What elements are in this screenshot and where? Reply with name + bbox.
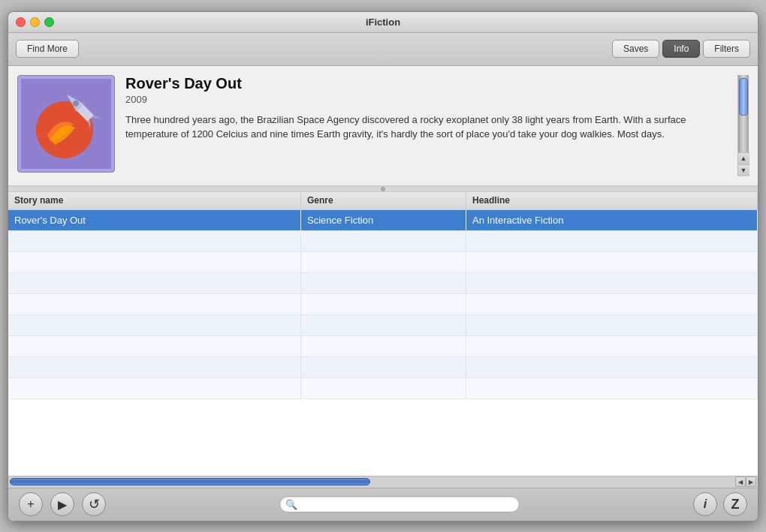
cell-empty <box>8 294 301 314</box>
add-icon: + <box>27 497 34 511</box>
horizontal-scrollbar: ◀ ▶ <box>8 476 758 488</box>
play-icon: ▶ <box>58 497 67 512</box>
search-wrapper: 🔍 <box>279 496 520 512</box>
bottom-toolbar: + ▶ ↺ 🔍 i Z <box>8 488 758 521</box>
find-more-button[interactable]: Find More <box>16 40 79 58</box>
info-scrollbar: ▲ ▼ <box>737 75 749 176</box>
toolbar-left: Find More <box>16 40 606 58</box>
close-button[interactable] <box>16 17 26 27</box>
scroll-track[interactable] <box>738 75 749 152</box>
h-scroll-right-arrow[interactable]: ▶ <box>746 476 756 487</box>
cell-empty <box>301 252 466 272</box>
toolbar-right: Saves Info Filters <box>612 40 750 58</box>
book-info-content: Rover's Day Out 2009 Three hundred years… <box>125 75 727 176</box>
scroll-thumb[interactable] <box>739 78 748 116</box>
cell-empty <box>466 294 758 314</box>
h-scroll-thumb[interactable] <box>10 478 370 485</box>
cell-empty <box>466 315 758 335</box>
z-button[interactable]: Z <box>723 492 747 516</box>
table-row[interactable] <box>8 294 758 315</box>
main-window: iFiction Find More Saves Info Filters <box>8 11 758 521</box>
table-header: Story name Genre Headline <box>8 192 758 210</box>
cell-story-name: Rover's Day Out <box>8 210 301 230</box>
cell-empty <box>8 231 301 251</box>
column-header-genre: Genre <box>301 192 466 209</box>
cell-empty <box>301 273 466 293</box>
cell-empty <box>301 336 466 356</box>
book-cover <box>17 75 115 173</box>
table-row[interactable] <box>8 252 758 273</box>
table-row[interactable] <box>8 273 758 294</box>
cell-empty <box>8 378 301 398</box>
cell-empty <box>8 336 301 356</box>
cell-empty <box>466 252 758 272</box>
divider-indicator <box>381 187 385 191</box>
info-circle-button[interactable]: i <box>693 492 717 516</box>
cell-empty <box>8 252 301 272</box>
cell-empty <box>466 378 758 398</box>
refresh-button[interactable]: ↺ <box>82 492 106 516</box>
column-header-headline: Headline <box>466 192 758 209</box>
cell-empty <box>8 315 301 335</box>
h-scroll-track[interactable] <box>10 478 735 485</box>
info-circle-icon: i <box>704 497 707 511</box>
h-scroll-left-arrow[interactable]: ◀ <box>735 476 746 487</box>
play-button[interactable]: ▶ <box>50 492 74 516</box>
table-row[interactable] <box>8 336 758 357</box>
refresh-icon: ↺ <box>89 496 100 512</box>
book-description: Three hundred years ago, the Brazilian S… <box>125 113 727 142</box>
table-row[interactable] <box>8 231 758 252</box>
cell-empty <box>301 378 466 398</box>
cell-empty <box>8 357 301 377</box>
table-row[interactable] <box>8 315 758 336</box>
filters-button[interactable]: Filters <box>703 40 750 58</box>
search-input[interactable] <box>279 496 520 512</box>
book-year: 2009 <box>125 94 727 105</box>
cell-empty <box>301 357 466 377</box>
panel-divider <box>8 186 758 192</box>
table-body: Rover's Day Out Science Fiction An Inter… <box>8 210 758 476</box>
titlebar: iFiction <box>8 12 758 33</box>
cell-empty <box>466 357 758 377</box>
table-row[interactable] <box>8 357 758 378</box>
maximize-button[interactable] <box>44 17 54 27</box>
cell-empty <box>301 315 466 335</box>
cell-empty <box>466 273 758 293</box>
column-header-story: Story name <box>8 192 301 209</box>
cell-empty <box>8 273 301 293</box>
z-icon: Z <box>731 497 740 512</box>
stories-table: Story name Genre Headline Rover's Day Ou… <box>8 192 758 476</box>
cell-empty <box>301 231 466 251</box>
minimize-button[interactable] <box>30 17 40 27</box>
table-row[interactable]: Rover's Day Out Science Fiction An Inter… <box>8 210 758 231</box>
book-title: Rover's Day Out <box>125 75 727 92</box>
scroll-down-arrow[interactable]: ▼ <box>738 164 749 176</box>
cell-headline: An Interactive Fiction <box>466 210 758 230</box>
bottom-right-buttons: i Z <box>693 492 747 516</box>
info-button[interactable]: Info <box>662 40 700 58</box>
info-panel: Rover's Day Out 2009 Three hundred years… <box>8 66 758 186</box>
search-container: 🔍 <box>113 496 686 512</box>
cell-empty <box>466 336 758 356</box>
add-button[interactable]: + <box>19 492 43 516</box>
scroll-up-arrow[interactable]: ▲ <box>738 152 749 164</box>
traffic-lights <box>16 17 54 27</box>
cell-genre: Science Fiction <box>301 210 466 230</box>
app-title: iFiction <box>366 17 400 28</box>
table-row[interactable] <box>8 378 758 399</box>
cell-empty <box>301 294 466 314</box>
cell-empty <box>466 231 758 251</box>
saves-button[interactable]: Saves <box>612 40 659 58</box>
main-toolbar: Find More Saves Info Filters <box>8 33 758 66</box>
